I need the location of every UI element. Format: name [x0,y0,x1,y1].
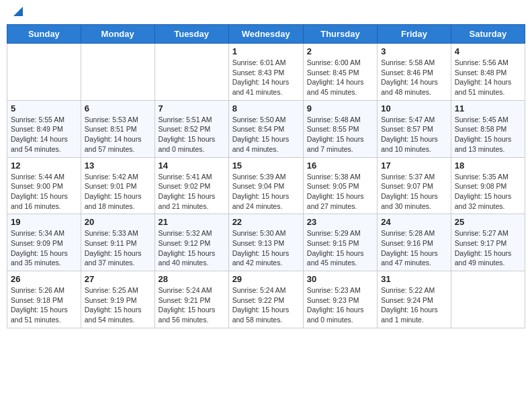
day-number: 26 [11,274,77,284]
header [7,7,525,19]
day-info: Sunrise: 5:22 AM Sunset: 9:24 PM Dayligh… [381,285,447,325]
calendar-cell: 19Sunrise: 5:34 AM Sunset: 9:09 PM Dayli… [7,214,81,271]
day-number: 11 [455,103,521,113]
calendar-cell: 6Sunrise: 5:53 AM Sunset: 8:51 PM Daylig… [81,100,154,157]
day-number: 14 [159,161,225,171]
calendar-week-row: 19Sunrise: 5:34 AM Sunset: 9:09 PM Dayli… [7,214,525,271]
day-info: Sunrise: 5:24 AM Sunset: 9:21 PM Dayligh… [159,285,225,325]
calendar-cell: 25Sunrise: 5:27 AM Sunset: 9:17 PM Dayli… [451,214,525,271]
calendar-cell: 4Sunrise: 5:56 AM Sunset: 8:48 PM Daylig… [451,44,525,101]
day-number: 15 [232,161,300,171]
day-number: 29 [232,274,300,284]
day-number: 24 [381,217,447,227]
col-header-wednesday: Wednesday [228,25,303,44]
calendar-cell: 9Sunrise: 5:48 AM Sunset: 8:55 PM Daylig… [303,100,377,157]
logo-icon [11,4,26,19]
logo [9,7,26,19]
day-info: Sunrise: 5:39 AM Sunset: 9:04 PM Dayligh… [232,172,300,212]
day-info: Sunrise: 5:47 AM Sunset: 8:57 PM Dayligh… [381,115,447,154]
col-header-sunday: Sunday [7,25,81,44]
calendar-cell: 29Sunrise: 5:24 AM Sunset: 9:22 PM Dayli… [228,271,303,328]
day-info: Sunrise: 6:01 AM Sunset: 8:43 PM Dayligh… [232,58,300,97]
day-info: Sunrise: 5:34 AM Sunset: 9:09 PM Dayligh… [11,228,77,268]
calendar-cell: 30Sunrise: 5:23 AM Sunset: 9:23 PM Dayli… [303,271,377,328]
day-number: 19 [11,217,77,227]
day-info: Sunrise: 5:23 AM Sunset: 9:23 PM Dayligh… [307,285,373,325]
calendar-cell: 5Sunrise: 5:55 AM Sunset: 8:49 PM Daylig… [7,100,81,157]
calendar-cell: 10Sunrise: 5:47 AM Sunset: 8:57 PM Dayli… [378,100,451,157]
day-info: Sunrise: 5:30 AM Sunset: 9:13 PM Dayligh… [232,228,300,268]
calendar-cell: 7Sunrise: 5:51 AM Sunset: 8:52 PM Daylig… [154,100,228,157]
day-number: 28 [159,274,225,284]
day-info: Sunrise: 5:27 AM Sunset: 9:17 PM Dayligh… [455,228,521,268]
calendar-table: SundayMondayTuesdayWednesdayThursdayFrid… [7,24,525,328]
calendar-cell: 8Sunrise: 5:50 AM Sunset: 8:54 PM Daylig… [228,100,303,157]
day-info: Sunrise: 5:51 AM Sunset: 8:52 PM Dayligh… [159,115,225,154]
col-header-monday: Monday [81,25,154,44]
day-info: Sunrise: 5:28 AM Sunset: 9:16 PM Dayligh… [381,228,447,268]
calendar-cell: 20Sunrise: 5:33 AM Sunset: 9:11 PM Dayli… [81,214,154,271]
calendar-cell [451,271,525,328]
col-header-saturday: Saturday [451,25,525,44]
calendar-cell: 14Sunrise: 5:41 AM Sunset: 9:02 PM Dayli… [154,157,228,214]
day-number: 13 [85,161,151,171]
day-number: 1 [232,46,300,56]
calendar-week-row: 1Sunrise: 6:01 AM Sunset: 8:43 PM Daylig… [7,44,525,101]
calendar-cell: 22Sunrise: 5:30 AM Sunset: 9:13 PM Dayli… [228,214,303,271]
calendar-cell: 23Sunrise: 5:29 AM Sunset: 9:15 PM Dayli… [303,214,377,271]
calendar-cell: 15Sunrise: 5:39 AM Sunset: 9:04 PM Dayli… [228,157,303,214]
calendar-cell: 1Sunrise: 6:01 AM Sunset: 8:43 PM Daylig… [228,44,303,101]
svg-marker-0 [13,7,23,16]
calendar-cell: 31Sunrise: 5:22 AM Sunset: 9:24 PM Dayli… [378,271,451,328]
day-number: 22 [232,217,300,227]
day-number: 16 [307,161,373,171]
calendar-header-row: SundayMondayTuesdayWednesdayThursdayFrid… [7,25,525,44]
calendar-cell: 3Sunrise: 5:58 AM Sunset: 8:46 PM Daylig… [378,44,451,101]
calendar-cell: 26Sunrise: 5:26 AM Sunset: 9:18 PM Dayli… [7,271,81,328]
day-number: 2 [307,46,373,56]
day-info: Sunrise: 5:32 AM Sunset: 9:12 PM Dayligh… [159,228,225,268]
col-header-thursday: Thursday [303,25,377,44]
calendar-cell: 21Sunrise: 5:32 AM Sunset: 9:12 PM Dayli… [154,214,228,271]
day-number: 21 [159,217,225,227]
day-number: 27 [85,274,151,284]
day-info: Sunrise: 5:55 AM Sunset: 8:49 PM Dayligh… [11,115,77,154]
day-info: Sunrise: 5:45 AM Sunset: 8:58 PM Dayligh… [455,115,521,154]
day-info: Sunrise: 5:56 AM Sunset: 8:48 PM Dayligh… [455,58,521,97]
calendar-cell [81,44,154,101]
calendar-cell: 27Sunrise: 5:25 AM Sunset: 9:19 PM Dayli… [81,271,154,328]
calendar-cell: 24Sunrise: 5:28 AM Sunset: 9:16 PM Dayli… [378,214,451,271]
calendar-week-row: 5Sunrise: 5:55 AM Sunset: 8:49 PM Daylig… [7,100,525,157]
day-info: Sunrise: 5:35 AM Sunset: 9:08 PM Dayligh… [455,172,521,212]
col-header-friday: Friday [378,25,451,44]
day-number: 23 [307,217,373,227]
day-info: Sunrise: 5:25 AM Sunset: 9:19 PM Dayligh… [85,285,151,325]
day-number: 10 [381,103,447,113]
calendar-cell: 16Sunrise: 5:38 AM Sunset: 9:05 PM Dayli… [303,157,377,214]
day-number: 5 [11,103,77,113]
calendar-cell: 13Sunrise: 5:42 AM Sunset: 9:01 PM Dayli… [81,157,154,214]
day-info: Sunrise: 6:00 AM Sunset: 8:45 PM Dayligh… [307,58,373,97]
day-info: Sunrise: 5:37 AM Sunset: 9:07 PM Dayligh… [381,172,447,212]
day-info: Sunrise: 5:50 AM Sunset: 8:54 PM Dayligh… [232,115,300,154]
day-number: 25 [455,217,521,227]
calendar-cell [154,44,228,101]
day-info: Sunrise: 5:29 AM Sunset: 9:15 PM Dayligh… [307,228,373,268]
calendar-cell: 11Sunrise: 5:45 AM Sunset: 8:58 PM Dayli… [451,100,525,157]
day-number: 17 [381,161,447,171]
day-number: 18 [455,161,521,171]
day-info: Sunrise: 5:48 AM Sunset: 8:55 PM Dayligh… [307,115,373,154]
day-info: Sunrise: 5:33 AM Sunset: 9:11 PM Dayligh… [85,228,151,268]
calendar-cell [7,44,81,101]
day-info: Sunrise: 5:38 AM Sunset: 9:05 PM Dayligh… [307,172,373,212]
day-number: 4 [455,46,521,56]
day-number: 12 [11,161,77,171]
day-info: Sunrise: 5:41 AM Sunset: 9:02 PM Dayligh… [159,172,225,212]
day-number: 6 [85,103,151,113]
day-number: 31 [381,274,447,284]
day-info: Sunrise: 5:26 AM Sunset: 9:18 PM Dayligh… [11,285,77,325]
day-number: 8 [232,103,300,113]
day-info: Sunrise: 5:53 AM Sunset: 8:51 PM Dayligh… [85,115,151,154]
calendar-cell: 17Sunrise: 5:37 AM Sunset: 9:07 PM Dayli… [378,157,451,214]
col-header-tuesday: Tuesday [154,25,228,44]
